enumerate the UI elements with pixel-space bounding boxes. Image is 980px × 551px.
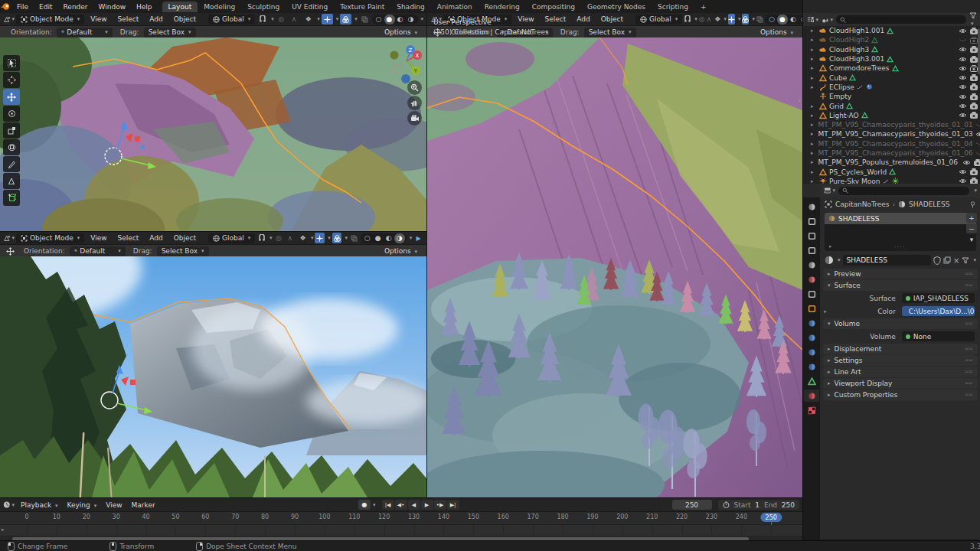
field-color-value[interactable]: C:\Users\Dax\D...\005\Light.png — [902, 306, 975, 316]
timeline-menu-marker[interactable]: Marker — [127, 501, 160, 509]
panel-header-custom-properties[interactable]: ▸Custom Properties══ — [823, 390, 978, 400]
slot-specials-menu[interactable]: ▾ — [966, 234, 977, 244]
transform-orientation-select[interactable]: Global▾ — [208, 15, 255, 24]
toggle-xray[interactable] — [756, 14, 763, 24]
orientation-value-select[interactable]: ⌖Default▾ — [57, 28, 113, 37]
tool-scale[interactable] — [3, 122, 20, 139]
viewport-menu-select[interactable]: Select — [113, 234, 144, 242]
panel-header-surface[interactable]: ▾Surface══ — [823, 280, 978, 291]
blender-logo-icon[interactable] — [0, 2, 11, 12]
current-frame-field[interactable]: 250 — [672, 500, 712, 510]
disable-render-toggle[interactable] — [970, 37, 978, 44]
panel-header-preview[interactable]: ▸Preview══ — [823, 269, 978, 279]
viewport-render-play-button[interactable]: ▶ — [413, 233, 423, 243]
outliner-item[interactable]: ▸ Light-AO — [803, 111, 980, 120]
copy-icon[interactable] — [943, 256, 951, 264]
options-menu[interactable]: Options ▾ — [756, 28, 798, 36]
properties-tab-modifiers[interactable] — [804, 317, 819, 329]
timeline-menu-playback[interactable]: Playback ▾ — [16, 501, 63, 509]
proportional-edit-toggle[interactable]: ◎ — [274, 233, 284, 243]
drag-value-select[interactable]: Select Box▾ — [584, 28, 636, 37]
outliner-display-mode[interactable]: ▾ — [807, 15, 818, 25]
snap-toggle[interactable] — [256, 233, 266, 243]
zoom-view-button[interactable] — [407, 80, 422, 95]
shading-material[interactable]: ◐ — [788, 15, 799, 24]
disable-render-toggle[interactable] — [970, 168, 978, 175]
filter-funnel-icon[interactable] — [962, 257, 969, 264]
toggle-xray[interactable] — [359, 14, 371, 24]
pan-view-button[interactable] — [407, 96, 422, 110]
next-keyframe-button[interactable]: •▶ — [434, 500, 446, 510]
end-frame-field[interactable]: End 250 — [764, 501, 795, 509]
toggle-xray[interactable] — [349, 233, 359, 243]
outliner-item[interactable]: ▸ CloudHigh3.001 — [803, 54, 980, 64]
menu-file[interactable]: File — [11, 3, 34, 11]
tool-transform[interactable] — [3, 139, 20, 155]
viewport-menu-view[interactable]: View — [86, 15, 111, 23]
hide-viewport-toggle[interactable] — [959, 28, 967, 34]
jump-to-start-button[interactable]: |◀ — [382, 500, 394, 510]
properties-tab-constraints[interactable] — [804, 360, 819, 373]
viewport-menu-add[interactable]: Add — [572, 15, 594, 23]
hide-viewport-toggle[interactable] — [959, 178, 967, 184]
snap-toggle[interactable] — [684, 14, 691, 24]
viewport-menu-object[interactable]: Object — [169, 15, 201, 23]
outliner-item[interactable]: ▸ PS_Cycles_World — [803, 167, 980, 176]
outliner-item[interactable]: ▸ CloudHigh3 — [803, 45, 980, 54]
outliner-filter-mode[interactable]: ▾ — [822, 15, 833, 25]
viewport-menu-add[interactable]: Add — [145, 234, 167, 242]
orientation-value-select[interactable]: ⌖Default▾ — [70, 246, 126, 256]
disable-render-toggle[interactable] — [970, 28, 978, 34]
disable-render-toggle[interactable] — [974, 159, 980, 166]
hide-viewport-toggle[interactable] — [959, 93, 967, 100]
menu-window[interactable]: Window — [93, 3, 132, 11]
navigation-gizmo[interactable]: Z X Y — [387, 44, 423, 86]
options-menu[interactable]: Options ▾ — [380, 28, 422, 36]
shading-material[interactable]: ◐ — [395, 15, 406, 24]
shading-wireframe[interactable]: ○ — [362, 233, 373, 243]
workspace-tab-modeling[interactable]: Modeling — [198, 2, 241, 12]
hide-viewport-toggle[interactable] — [959, 168, 967, 175]
hide-viewport-toggle[interactable] — [975, 122, 980, 129]
remove-slot-button[interactable]: − — [966, 223, 977, 233]
outliner-item[interactable]: ▸ CommodoreTrees — [803, 64, 980, 73]
tool-add-primitive[interactable] — [3, 190, 20, 206]
properties-tab-particles[interactable] — [804, 331, 819, 344]
shading-solid[interactable]: ● — [373, 233, 384, 243]
outliner-item[interactable]: ▸ Grid — [803, 101, 980, 110]
shading-dropdown[interactable]: ▾ — [410, 235, 413, 241]
outliner-item[interactable]: ▸ CloudHigh1.001 — [803, 26, 980, 35]
hide-viewport-toggle[interactable] — [959, 65, 967, 72]
show-gizmo-toggle[interactable] — [315, 233, 325, 243]
properties-tab-view-layer[interactable] — [804, 244, 819, 256]
workspace-tab-texture-paint[interactable]: Texture Paint — [334, 2, 390, 12]
tool-select-box[interactable] — [3, 55, 20, 71]
hide-viewport-toggle[interactable] — [962, 159, 971, 166]
pin-icon[interactable] — [969, 201, 976, 208]
tool-cursor[interactable] — [3, 72, 20, 88]
field-surface-value[interactable]: IAP_SHADELESS — [902, 293, 975, 303]
shading-rendered[interactable]: ◑ — [394, 233, 405, 243]
hide-viewport-toggle[interactable] — [975, 150, 980, 157]
camera-view-button[interactable] — [407, 111, 422, 126]
material-slot-active[interactable]: SHADELESS — [825, 213, 976, 224]
workspace-tab-scripting[interactable]: Scripting — [652, 2, 694, 12]
disable-render-toggle[interactable] — [970, 56, 978, 63]
channel-expand-arrow[interactable]: ▸ — [2, 527, 5, 533]
viewport-menu-object[interactable]: Object — [596, 15, 628, 23]
shading-wireframe[interactable]: ○ — [374, 15, 384, 24]
panel-header-displacement[interactable]: ▸Displacement══ — [823, 344, 978, 354]
hide-viewport-toggle[interactable] — [959, 74, 967, 81]
show-overlays-toggle[interactable] — [332, 233, 342, 243]
workspace-tab-uv-editing[interactable]: UV Editing — [286, 2, 334, 12]
editor-type-button[interactable]: ▾ — [3, 14, 15, 24]
tool-measure[interactable] — [3, 173, 20, 189]
show-overlays-toggle[interactable] — [340, 14, 351, 24]
hide-viewport-toggle[interactable] — [959, 37, 967, 44]
transform-orientation-select[interactable]: Global▾ — [635, 15, 682, 24]
breadcrumb-material[interactable]: SHADELESS — [909, 201, 949, 208]
viewport-3d-canvas-right[interactable] — [427, 37, 802, 497]
viewport-menu-add[interactable]: Add — [145, 15, 167, 23]
tool-rotate[interactable] — [3, 106, 20, 122]
hide-viewport-toggle[interactable] — [959, 112, 967, 119]
